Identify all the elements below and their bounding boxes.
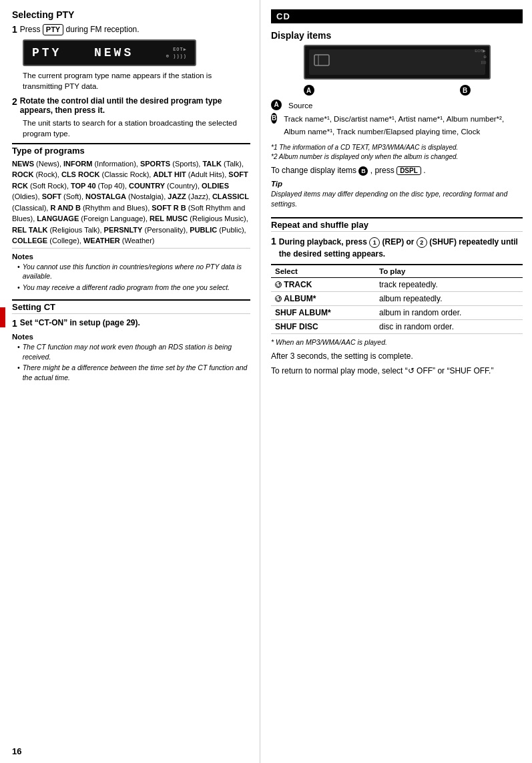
step1-text: Press [20,25,43,34]
footnote1: *1 The information of a CD TEXT, MP3/WMA… [271,143,523,152]
ct-step1-content: Set “CT-ON” in setup (page 29). [20,318,250,329]
table-row: ↺ ALBUM* album repeatedly. [271,292,523,306]
tip-title: Tip [271,180,523,188]
tip-text: Displayed items may differ depending on … [271,189,523,208]
repeat-step1: 1 During playback, press 1 (REP) or 2 (S… [271,236,523,261]
footnote2: *2 Album number is displayed only when t… [271,152,523,162]
track-icon: ↺ [275,281,282,288]
row1-select-text: TRACK [284,280,312,289]
red-accent-bar [0,307,5,327]
step1-text2: during FM reception. [66,25,140,34]
left-column: Selecting PTY 1 Press PTY during FM rece… [0,0,260,763]
note1-text2: You may receive a different radio progra… [23,283,230,293]
footnotes: *1 The information of a CD TEXT, MP3/WMA… [271,143,523,162]
display-right-icons: EOT▶ ⊕ )))) [475,48,486,64]
item-a-text: Source [288,100,312,112]
after-text1: After 3 seconds, the setting is complete… [271,350,523,362]
row1-play: track repeatedly. [375,278,523,292]
tip-section: Tip Displayed items may differ depending… [271,180,523,208]
step2-number: 2 [12,96,17,115]
pty-display-image: PTY NEWS EOT▶ ⊕ )))) [23,39,196,66]
item-a-label: A [271,100,282,110]
note2-text2: There might be a difference between the … [23,363,250,382]
ab-labels-row: A B [304,85,491,96]
programs-content: NEWS (News), INFORM (Information), SPORT… [12,158,250,247]
cd-section-header: CD [271,9,523,23]
ct-step1-text: Set “CT-ON” in setup (page 29). [20,318,140,327]
note2-text1: The CT function may not work even though… [23,342,250,361]
display-list: A Source B Track name*¹, Disc/artist nam… [271,100,523,138]
note1-item1: • You cannot use this function in countr… [17,262,250,281]
right-column: CD Display items EOT▶ ⊕ )))) [260,0,532,763]
col-toplay: To play [375,265,523,278]
type-of-programs-section: Type of programs NEWS (News), INFORM (In… [12,143,250,249]
row3-select-text: SHUF ALBUM* [275,308,331,317]
repeat-step-num: 1 [271,236,276,261]
item-b-label: B [271,113,277,124]
album-icon: ↺ [275,295,282,302]
table-row: SHUF DISC disc in random order. [271,320,523,334]
row3-select: SHUF ALBUM* [271,306,375,320]
repeat-table: Select To play ↺ TRACK track repeatedly.… [271,264,523,334]
step2-description: The unit starts to search for a station … [23,118,250,139]
pty-button-label: PTY [43,24,63,35]
row4-select: SHUF DISC [271,320,375,334]
dspl-button: DSPL [396,166,421,175]
page-number: 16 [12,746,21,756]
change-press: , press [370,166,396,175]
repeat-text2: (REP) or [382,237,417,247]
table-row: SHUF ALBUM* album in random order. [271,306,523,320]
row2-select-text: ALBUM* [284,294,316,303]
notes2-items: • The CT function may not work even thou… [12,342,250,383]
change-b-label: B [358,166,368,176]
note1-item2: • You may receive a different radio prog… [17,283,250,293]
row3-play: album in random order. [375,306,523,320]
change-display-text: To change display items B , press DSPL . [271,166,523,176]
table-row: ↺ TRACK track repeatedly. [271,278,523,292]
selecting-pty-title: Selecting PTY [12,9,250,20]
row2-select: ↺ ALBUM* [271,292,375,306]
cd-display-device: EOT▶ ⊕ )))) [304,45,491,80]
display-items-section: Display items EOT▶ ⊕ )))) A [271,30,523,209]
change-suffix: . [423,166,425,175]
rep-button: 1 [369,237,380,248]
cd-screen-area [309,49,485,75]
step2-line: 2 Rotate the control dial until the desi… [12,96,250,115]
col-select: Select [271,265,375,278]
ct-step1-line: 1 Set “CT-ON” in setup (page 29). [12,318,250,329]
step1-number: 1 [12,24,17,35]
step1-line: 1 Press PTY during FM reception. [12,24,250,35]
repeat-shuffle-title: Repeat and shuffle play [271,217,523,232]
row2-play: album repeatedly. [375,292,523,306]
notes2-title: Notes [12,333,250,341]
item-b-text: Track name*¹, Disc/artist name*¹, Artist… [284,113,523,138]
setting-ct-title: Setting CT [12,299,250,314]
display-item-a: A Source [271,100,523,112]
svg-rect-0 [314,55,329,65]
label-a: A [304,85,314,96]
change-text: To change display items [271,166,356,175]
note2-item2: • There might be a difference between th… [17,363,250,382]
row4-select-text: SHUF DISC [275,322,318,331]
row4-play: disc in random order. [375,320,523,334]
pty-display-right: NEWS [94,46,134,59]
pty-display-icons: EOT▶ ⊕ )))) [166,47,187,59]
step1-description: The current program type name appears if… [23,70,250,92]
asterisk-note: * When an MP3/WMA/AAC is played. [271,338,523,346]
notes1-items: • You cannot use this function in countr… [12,262,250,293]
label-b: B [460,85,471,96]
step2-text: Rotate the control dial until the desire… [20,96,222,115]
repeat-step-content: During playback, press 1 (REP) or 2 (SHU… [279,236,523,261]
page: Selecting PTY 1 Press PTY during FM rece… [0,0,532,763]
after-text2: To return to normal play mode, select “↺… [271,365,523,377]
repeat-text1: During playback, press [279,237,369,247]
notes1-section: Notes • You cannot use this function in … [12,253,250,293]
notes1-title: Notes [12,253,250,261]
pty-display-left: PTY [32,46,61,59]
row1-select: ↺ TRACK [271,278,375,292]
display-items-title: Display items [271,30,523,41]
ct-step1-number: 1 [12,318,17,329]
display-item-b: B Track name*¹, Disc/artist name*¹, Arti… [271,113,523,138]
step2-content: Rotate the control dial until the desire… [20,96,250,115]
cd-screen-graphic [313,52,340,72]
